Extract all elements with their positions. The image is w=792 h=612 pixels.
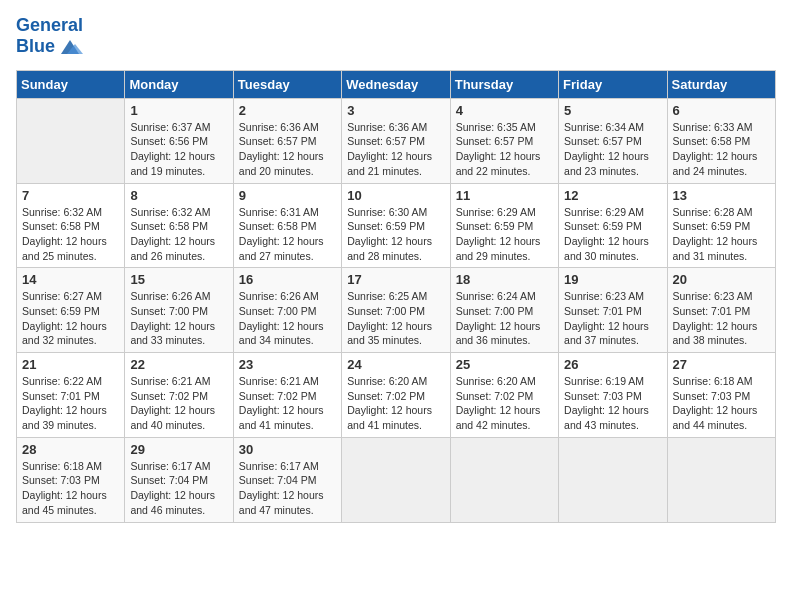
day-cell: 13Sunrise: 6:28 AM Sunset: 6:59 PM Dayli… bbox=[667, 183, 775, 268]
day-number: 25 bbox=[456, 357, 553, 372]
day-cell: 3Sunrise: 6:36 AM Sunset: 6:57 PM Daylig… bbox=[342, 98, 450, 183]
day-cell: 30Sunrise: 6:17 AM Sunset: 7:04 PM Dayli… bbox=[233, 437, 341, 522]
day-info: Sunrise: 6:26 AM Sunset: 7:00 PM Dayligh… bbox=[130, 289, 227, 348]
day-info: Sunrise: 6:33 AM Sunset: 6:58 PM Dayligh… bbox=[673, 120, 770, 179]
column-header-monday: Monday bbox=[125, 70, 233, 98]
column-header-tuesday: Tuesday bbox=[233, 70, 341, 98]
day-cell bbox=[17, 98, 125, 183]
logo-text2: Blue bbox=[16, 36, 83, 58]
day-cell: 14Sunrise: 6:27 AM Sunset: 6:59 PM Dayli… bbox=[17, 268, 125, 353]
day-info: Sunrise: 6:32 AM Sunset: 6:58 PM Dayligh… bbox=[22, 205, 119, 264]
day-number: 17 bbox=[347, 272, 444, 287]
day-info: Sunrise: 6:30 AM Sunset: 6:59 PM Dayligh… bbox=[347, 205, 444, 264]
day-info: Sunrise: 6:28 AM Sunset: 6:59 PM Dayligh… bbox=[673, 205, 770, 264]
week-row-3: 14Sunrise: 6:27 AM Sunset: 6:59 PM Dayli… bbox=[17, 268, 776, 353]
day-number: 16 bbox=[239, 272, 336, 287]
day-number: 18 bbox=[456, 272, 553, 287]
day-cell: 10Sunrise: 6:30 AM Sunset: 6:59 PM Dayli… bbox=[342, 183, 450, 268]
day-cell: 26Sunrise: 6:19 AM Sunset: 7:03 PM Dayli… bbox=[559, 353, 667, 438]
day-info: Sunrise: 6:27 AM Sunset: 6:59 PM Dayligh… bbox=[22, 289, 119, 348]
day-cell: 16Sunrise: 6:26 AM Sunset: 7:00 PM Dayli… bbox=[233, 268, 341, 353]
day-info: Sunrise: 6:26 AM Sunset: 7:00 PM Dayligh… bbox=[239, 289, 336, 348]
day-number: 4 bbox=[456, 103, 553, 118]
day-number: 9 bbox=[239, 188, 336, 203]
day-info: Sunrise: 6:36 AM Sunset: 6:57 PM Dayligh… bbox=[347, 120, 444, 179]
day-cell: 12Sunrise: 6:29 AM Sunset: 6:59 PM Dayli… bbox=[559, 183, 667, 268]
day-cell: 18Sunrise: 6:24 AM Sunset: 7:00 PM Dayli… bbox=[450, 268, 558, 353]
day-info: Sunrise: 6:17 AM Sunset: 7:04 PM Dayligh… bbox=[130, 459, 227, 518]
day-cell: 1Sunrise: 6:37 AM Sunset: 6:56 PM Daylig… bbox=[125, 98, 233, 183]
day-number: 26 bbox=[564, 357, 661, 372]
week-row-2: 7Sunrise: 6:32 AM Sunset: 6:58 PM Daylig… bbox=[17, 183, 776, 268]
day-info: Sunrise: 6:17 AM Sunset: 7:04 PM Dayligh… bbox=[239, 459, 336, 518]
day-info: Sunrise: 6:20 AM Sunset: 7:02 PM Dayligh… bbox=[347, 374, 444, 433]
day-number: 19 bbox=[564, 272, 661, 287]
day-cell bbox=[342, 437, 450, 522]
day-cell: 9Sunrise: 6:31 AM Sunset: 6:58 PM Daylig… bbox=[233, 183, 341, 268]
day-cell bbox=[559, 437, 667, 522]
day-info: Sunrise: 6:23 AM Sunset: 7:01 PM Dayligh… bbox=[673, 289, 770, 348]
day-cell: 29Sunrise: 6:17 AM Sunset: 7:04 PM Dayli… bbox=[125, 437, 233, 522]
column-header-wednesday: Wednesday bbox=[342, 70, 450, 98]
day-number: 1 bbox=[130, 103, 227, 118]
day-info: Sunrise: 6:34 AM Sunset: 6:57 PM Dayligh… bbox=[564, 120, 661, 179]
day-number: 24 bbox=[347, 357, 444, 372]
day-number: 6 bbox=[673, 103, 770, 118]
day-cell: 21Sunrise: 6:22 AM Sunset: 7:01 PM Dayli… bbox=[17, 353, 125, 438]
day-cell: 8Sunrise: 6:32 AM Sunset: 6:58 PM Daylig… bbox=[125, 183, 233, 268]
day-cell: 19Sunrise: 6:23 AM Sunset: 7:01 PM Dayli… bbox=[559, 268, 667, 353]
calendar-header: SundayMondayTuesdayWednesdayThursdayFrid… bbox=[17, 70, 776, 98]
day-info: Sunrise: 6:24 AM Sunset: 7:00 PM Dayligh… bbox=[456, 289, 553, 348]
day-cell: 20Sunrise: 6:23 AM Sunset: 7:01 PM Dayli… bbox=[667, 268, 775, 353]
day-number: 21 bbox=[22, 357, 119, 372]
day-number: 29 bbox=[130, 442, 227, 457]
day-number: 22 bbox=[130, 357, 227, 372]
day-number: 14 bbox=[22, 272, 119, 287]
day-number: 7 bbox=[22, 188, 119, 203]
day-number: 2 bbox=[239, 103, 336, 118]
column-header-saturday: Saturday bbox=[667, 70, 775, 98]
day-info: Sunrise: 6:35 AM Sunset: 6:57 PM Dayligh… bbox=[456, 120, 553, 179]
day-info: Sunrise: 6:23 AM Sunset: 7:01 PM Dayligh… bbox=[564, 289, 661, 348]
logo-text: General bbox=[16, 16, 83, 36]
logo-icon bbox=[57, 36, 83, 58]
day-info: Sunrise: 6:29 AM Sunset: 6:59 PM Dayligh… bbox=[456, 205, 553, 264]
page-header: General Blue bbox=[16, 16, 776, 58]
day-cell: 15Sunrise: 6:26 AM Sunset: 7:00 PM Dayli… bbox=[125, 268, 233, 353]
day-info: Sunrise: 6:18 AM Sunset: 7:03 PM Dayligh… bbox=[22, 459, 119, 518]
column-header-friday: Friday bbox=[559, 70, 667, 98]
day-cell: 28Sunrise: 6:18 AM Sunset: 7:03 PM Dayli… bbox=[17, 437, 125, 522]
day-info: Sunrise: 6:18 AM Sunset: 7:03 PM Dayligh… bbox=[673, 374, 770, 433]
day-number: 20 bbox=[673, 272, 770, 287]
day-number: 5 bbox=[564, 103, 661, 118]
day-number: 13 bbox=[673, 188, 770, 203]
day-number: 3 bbox=[347, 103, 444, 118]
day-number: 15 bbox=[130, 272, 227, 287]
column-header-thursday: Thursday bbox=[450, 70, 558, 98]
day-number: 30 bbox=[239, 442, 336, 457]
day-number: 10 bbox=[347, 188, 444, 203]
day-info: Sunrise: 6:36 AM Sunset: 6:57 PM Dayligh… bbox=[239, 120, 336, 179]
day-info: Sunrise: 6:20 AM Sunset: 7:02 PM Dayligh… bbox=[456, 374, 553, 433]
day-info: Sunrise: 6:21 AM Sunset: 7:02 PM Dayligh… bbox=[239, 374, 336, 433]
day-info: Sunrise: 6:32 AM Sunset: 6:58 PM Dayligh… bbox=[130, 205, 227, 264]
day-cell bbox=[667, 437, 775, 522]
day-cell: 6Sunrise: 6:33 AM Sunset: 6:58 PM Daylig… bbox=[667, 98, 775, 183]
day-info: Sunrise: 6:21 AM Sunset: 7:02 PM Dayligh… bbox=[130, 374, 227, 433]
week-row-1: 1Sunrise: 6:37 AM Sunset: 6:56 PM Daylig… bbox=[17, 98, 776, 183]
day-cell: 2Sunrise: 6:36 AM Sunset: 6:57 PM Daylig… bbox=[233, 98, 341, 183]
day-cell: 7Sunrise: 6:32 AM Sunset: 6:58 PM Daylig… bbox=[17, 183, 125, 268]
logo: General Blue bbox=[16, 16, 83, 58]
day-info: Sunrise: 6:29 AM Sunset: 6:59 PM Dayligh… bbox=[564, 205, 661, 264]
day-cell: 5Sunrise: 6:34 AM Sunset: 6:57 PM Daylig… bbox=[559, 98, 667, 183]
day-cell: 24Sunrise: 6:20 AM Sunset: 7:02 PM Dayli… bbox=[342, 353, 450, 438]
day-number: 23 bbox=[239, 357, 336, 372]
day-cell: 25Sunrise: 6:20 AM Sunset: 7:02 PM Dayli… bbox=[450, 353, 558, 438]
week-row-5: 28Sunrise: 6:18 AM Sunset: 7:03 PM Dayli… bbox=[17, 437, 776, 522]
day-cell: 11Sunrise: 6:29 AM Sunset: 6:59 PM Dayli… bbox=[450, 183, 558, 268]
day-number: 8 bbox=[130, 188, 227, 203]
day-info: Sunrise: 6:31 AM Sunset: 6:58 PM Dayligh… bbox=[239, 205, 336, 264]
day-cell: 4Sunrise: 6:35 AM Sunset: 6:57 PM Daylig… bbox=[450, 98, 558, 183]
day-info: Sunrise: 6:37 AM Sunset: 6:56 PM Dayligh… bbox=[130, 120, 227, 179]
day-cell: 17Sunrise: 6:25 AM Sunset: 7:00 PM Dayli… bbox=[342, 268, 450, 353]
